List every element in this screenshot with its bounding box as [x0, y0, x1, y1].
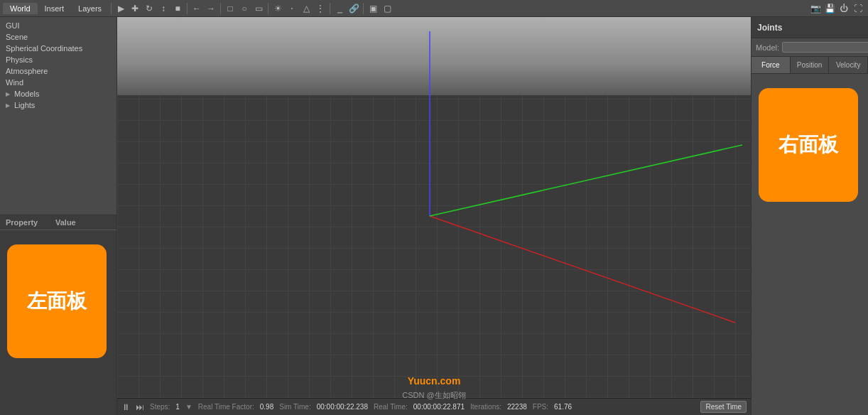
graph-icon[interactable]: ⏻ — [837, 2, 850, 15]
ground-grid — [117, 95, 751, 398]
model-input[interactable] — [782, 42, 868, 53]
tree-item-lights[interactable]: Lights — [0, 99, 116, 111]
cylinder-icon[interactable]: ▭ — [252, 2, 265, 15]
link-icon[interactable]: 🔗 — [347, 2, 360, 15]
separator-1 — [111, 3, 112, 14]
separator-6 — [363, 3, 364, 14]
tree-item-models[interactable]: Models — [0, 88, 116, 99]
property-col-label: Property — [6, 218, 55, 227]
sim-time-label: Sim Time: — [279, 403, 310, 411]
scale-icon[interactable]: ↕ — [157, 2, 170, 15]
screenshot-icon[interactable]: 📷 — [809, 2, 822, 15]
tab-force[interactable]: Force — [752, 57, 791, 73]
status-bar: ⏸ ⏭ Steps: 1 ▼ Real Time Factor: 0.98 Si… — [117, 398, 751, 415]
move-icon[interactable]: ✚ — [129, 2, 141, 15]
tab-insert[interactable]: Insert — [38, 3, 72, 14]
property-header: Property Value — [0, 215, 116, 230]
fullscreen-icon[interactable]: ⛶ — [852, 2, 864, 15]
sim-time-value: 00:00:00:22.238 — [317, 403, 368, 411]
left-panel: GUI Scene Spherical Coordinates Physics … — [0, 17, 117, 415]
joint-icon[interactable]: ⎯ — [333, 2, 346, 15]
tree-item-atmosphere[interactable]: Atmosphere — [0, 65, 116, 77]
main-area: GUI Scene Spherical Coordinates Physics … — [0, 17, 868, 415]
joints-tabs: Force Position Velocity — [752, 57, 868, 74]
fps-label: FPS: — [533, 403, 548, 411]
steps-value: 1 — [175, 403, 180, 411]
separator-2 — [187, 3, 188, 14]
pointcloud-icon[interactable]: ⋅ — [286, 2, 298, 15]
right-panel: Joints Model: Reset Force Position Veloc… — [751, 17, 868, 415]
tree-item-gui[interactable]: GUI — [0, 20, 116, 31]
pause-button[interactable]: ⏸ — [121, 402, 130, 412]
real-time-label: Real Time: — [374, 403, 408, 411]
ground — [117, 95, 751, 398]
viewport[interactable]: ⏸ ⏭ Steps: 1 ▼ Real Time Factor: 0.98 Si… — [117, 17, 751, 415]
copy-icon[interactable]: ▣ — [367, 2, 379, 15]
model-label: Model: — [756, 43, 779, 52]
sphere-icon[interactable]: ○ — [238, 2, 251, 15]
paste-icon[interactable]: ▢ — [381, 2, 394, 15]
iterations-label: Iterations: — [470, 403, 501, 411]
light-icon[interactable]: ☀ — [271, 2, 284, 15]
tree-item-physics[interactable]: Physics — [0, 54, 116, 65]
scene-tree: GUI Scene Spherical Coordinates Physics … — [0, 17, 116, 215]
reset-time-button[interactable]: Reset Time — [700, 401, 747, 413]
right-content: 右面板 — [752, 74, 868, 415]
toolbar: World Insert Layers ▶ ✚ ↻ ↕ ■ ← → □ ○ ▭ … — [0, 0, 868, 17]
tree-item-scene[interactable]: Scene — [0, 31, 116, 43]
iterations-value: 22238 — [507, 403, 527, 411]
sky-gradient — [117, 17, 751, 95]
model-icon[interactable]: ⋮ — [314, 2, 327, 15]
tab-layers[interactable]: Layers — [71, 3, 109, 14]
left-orange-box: 左面板 — [7, 244, 107, 358]
separator-4 — [268, 3, 268, 14]
undo-icon[interactable]: ← — [190, 2, 203, 15]
realtime-factor-label: Real Time Factor: — [198, 403, 254, 411]
joints-header: Joints — [752, 17, 868, 38]
snap-icon[interactable]: ■ — [171, 2, 184, 15]
property-area: 左面板 — [0, 230, 116, 415]
separator-5 — [330, 3, 330, 14]
mesh-icon[interactable]: △ — [300, 2, 313, 15]
rotate-icon[interactable]: ↻ — [143, 2, 156, 15]
tab-velocity[interactable]: Velocity — [829, 57, 868, 73]
value-col-label: Value — [55, 218, 76, 227]
save-icon[interactable]: 💾 — [823, 2, 836, 15]
tree-item-wind[interactable]: Wind — [0, 77, 116, 88]
redo-icon[interactable]: → — [205, 2, 217, 15]
box-icon[interactable]: □ — [224, 2, 237, 15]
separator-3 — [220, 3, 221, 14]
tree-item-spherical[interactable]: Spherical Coordinates — [0, 43, 116, 54]
right-orange-box: 右面板 — [759, 88, 858, 202]
step-button[interactable]: ⏭ — [136, 402, 144, 412]
joints-title: Joints — [757, 23, 782, 33]
fps-value: 61.76 — [554, 403, 572, 411]
real-time-value: 00:00:00:22.871 — [413, 403, 465, 411]
select-icon[interactable]: ▶ — [114, 2, 127, 15]
viewport-canvas[interactable] — [117, 17, 751, 398]
model-row: Model: Reset — [752, 38, 868, 57]
realtime-factor-value: 0.98 — [260, 403, 273, 411]
steps-label: Steps: — [150, 403, 170, 411]
tab-world[interactable]: World — [3, 3, 38, 14]
tab-position[interactable]: Position — [791, 57, 830, 73]
